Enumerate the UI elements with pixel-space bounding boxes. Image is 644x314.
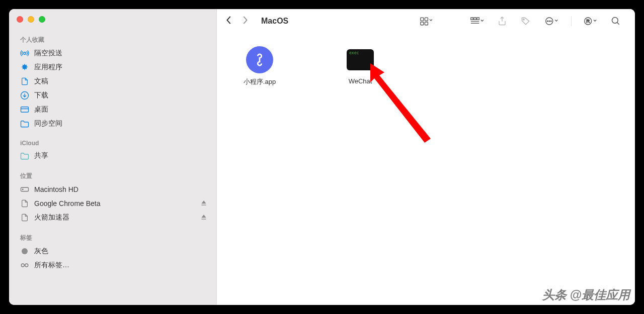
svg-rect-10 bbox=[421, 22, 424, 25]
sidebar-item-label: 隔空投送 bbox=[34, 49, 62, 58]
sidebar: 个人收藏 隔空投送 应用程序 文稿 下载 桌面 同步空间 iCloud bbox=[9, 9, 217, 305]
close-button[interactable] bbox=[17, 16, 23, 23]
download-icon bbox=[20, 91, 29, 100]
nav-arrows bbox=[226, 16, 248, 27]
favorites-header: 个人收藏 bbox=[9, 34, 216, 46]
share-button[interactable] bbox=[493, 16, 512, 26]
svg-text:R: R bbox=[586, 18, 590, 24]
svg-rect-11 bbox=[425, 22, 428, 25]
svg-point-7 bbox=[25, 264, 28, 267]
svg-rect-4 bbox=[21, 187, 29, 191]
sidebar-item-documents[interactable]: 文稿 bbox=[9, 74, 216, 88]
minimize-button[interactable] bbox=[28, 16, 34, 23]
sidebar-item-label: Google Chrome Beta bbox=[34, 199, 101, 207]
file-item-miniprogram[interactable]: 小程序.app bbox=[232, 46, 287, 86]
desktop-icon bbox=[20, 105, 29, 114]
watermark: 头条 @最佳应用 bbox=[542, 287, 630, 303]
sidebar-item-airdrop[interactable]: 隔空投送 bbox=[9, 46, 216, 60]
file-label: WeChat bbox=[349, 77, 372, 85]
svg-point-17 bbox=[523, 19, 525, 20]
sidebar-item-label: 文稿 bbox=[34, 77, 48, 86]
file-grid[interactable]: 小程序.app WeChat bbox=[217, 33, 635, 305]
shared-folder-icon bbox=[20, 151, 29, 160]
applications-icon bbox=[20, 63, 29, 72]
sidebar-item-label: 火箭加速器 bbox=[34, 213, 69, 222]
tags-header: 标签 bbox=[9, 232, 216, 244]
sidebar-item-label: Macintosh HD bbox=[34, 185, 78, 193]
svg-rect-12 bbox=[471, 18, 473, 20]
all-tags-icon bbox=[20, 261, 29, 270]
sidebar-item-tag-gray[interactable]: 灰色 bbox=[9, 244, 216, 258]
locations-header: 位置 bbox=[9, 170, 216, 182]
sidebar-item-macintosh-hd[interactable]: Macintosh HD bbox=[9, 182, 216, 196]
disk-image-icon bbox=[20, 199, 29, 208]
svg-rect-2 bbox=[21, 107, 29, 113]
action-button[interactable] bbox=[540, 17, 564, 26]
main-pane: MacOS R 小程序.app WeChat bbox=[217, 9, 635, 305]
airdrop-icon bbox=[20, 49, 29, 58]
svg-rect-14 bbox=[477, 18, 479, 20]
window-controls bbox=[9, 16, 216, 23]
tag-gray-icon bbox=[20, 247, 29, 256]
sidebar-item-sync[interactable]: 同步空间 bbox=[9, 117, 216, 131]
sidebar-item-shared[interactable]: 共享 bbox=[9, 149, 216, 163]
sidebar-item-label: 下载 bbox=[34, 91, 48, 100]
sidebar-item-rocket[interactable]: 火箭加速器 bbox=[9, 211, 216, 225]
svg-point-5 bbox=[23, 189, 24, 190]
info-button[interactable]: R bbox=[579, 17, 602, 26]
svg-point-21 bbox=[550, 21, 551, 22]
file-item-wechat[interactable]: WeChat bbox=[333, 46, 388, 85]
group-button[interactable] bbox=[465, 17, 489, 26]
search-button[interactable] bbox=[606, 16, 626, 26]
svg-point-6 bbox=[21, 264, 24, 267]
toolbar: MacOS R bbox=[217, 9, 635, 33]
folder-title: MacOS bbox=[261, 17, 288, 26]
fullscreen-button[interactable] bbox=[39, 16, 45, 23]
sidebar-item-chrome-beta[interactable]: Google Chrome Beta bbox=[9, 196, 216, 211]
disk-image-icon bbox=[20, 213, 29, 222]
folder-icon bbox=[20, 119, 29, 128]
sidebar-item-label: 灰色 bbox=[34, 247, 48, 256]
svg-point-19 bbox=[549, 21, 550, 22]
file-label: 小程序.app bbox=[244, 77, 276, 86]
sidebar-item-applications[interactable]: 应用程序 bbox=[9, 60, 216, 74]
tag-button[interactable] bbox=[516, 16, 536, 26]
icloud-header: iCloud bbox=[9, 138, 216, 149]
back-button[interactable] bbox=[226, 16, 232, 27]
toolbar-separator bbox=[571, 16, 572, 26]
svg-point-20 bbox=[547, 21, 548, 22]
sidebar-item-label: 应用程序 bbox=[34, 63, 62, 72]
document-icon bbox=[20, 77, 29, 86]
view-mode-button[interactable] bbox=[415, 17, 437, 26]
sidebar-item-label: 桌面 bbox=[34, 105, 48, 114]
svg-rect-8 bbox=[421, 18, 424, 21]
svg-rect-9 bbox=[425, 18, 428, 21]
app-icon bbox=[246, 46, 273, 73]
sidebar-item-downloads[interactable]: 下载 bbox=[9, 88, 216, 102]
sidebar-item-all-tags[interactable]: 所有标签… bbox=[9, 258, 216, 272]
sidebar-item-label: 同步空间 bbox=[34, 119, 62, 128]
sidebar-item-label: 所有标签… bbox=[34, 261, 69, 270]
exec-icon bbox=[347, 49, 374, 70]
eject-icon[interactable] bbox=[200, 214, 207, 222]
sidebar-item-desktop[interactable]: 桌面 bbox=[9, 102, 216, 117]
eject-icon[interactable] bbox=[200, 199, 207, 208]
forward-button[interactable] bbox=[242, 16, 248, 27]
svg-line-25 bbox=[617, 23, 619, 25]
sidebar-item-label: 共享 bbox=[34, 151, 48, 160]
harddrive-icon bbox=[20, 185, 29, 194]
svg-point-0 bbox=[24, 52, 26, 55]
finder-window: 个人收藏 隔空投送 应用程序 文稿 下载 桌面 同步空间 iCloud bbox=[9, 9, 635, 305]
svg-rect-13 bbox=[474, 18, 476, 20]
svg-point-24 bbox=[612, 18, 618, 24]
